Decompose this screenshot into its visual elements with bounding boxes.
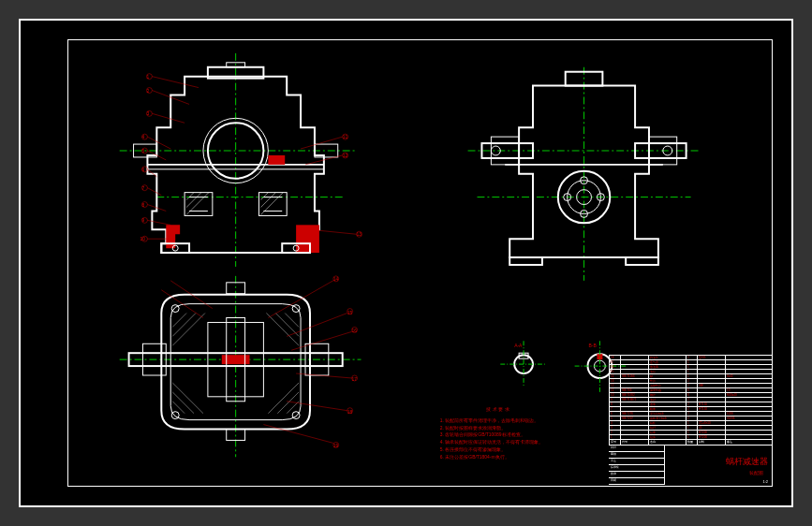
top-section-view	[120, 276, 362, 457]
svg-point-78	[171, 412, 179, 419]
svg-text:19: 19	[333, 444, 339, 448]
balloon-numbers-top: 14 15 16 17 18 19	[333, 277, 358, 449]
svg-line-29	[152, 77, 199, 88]
svg-text:13: 13	[357, 232, 362, 237]
drawing-title: 蜗杆减速器	[726, 456, 768, 468]
svg-rect-133	[626, 257, 658, 265]
side-elevation-view	[468, 67, 701, 281]
svg-text:5. 各连接部位不得有渗漏现象。: 5. 各连接部位不得有渗漏现象。	[440, 446, 507, 452]
svg-text:16: 16	[352, 329, 358, 333]
svg-line-94	[268, 281, 332, 318]
nameplate: 设计审核工艺标准化批准日期 蜗杆减速器 装配图 1:2	[609, 445, 773, 487]
svg-line-88	[172, 383, 203, 414]
svg-text:7: 7	[141, 186, 144, 191]
svg-line-102	[287, 402, 347, 411]
svg-line-84	[172, 314, 205, 346]
detail-a: A-A	[500, 341, 547, 387]
cad-window: 1 2 3 4 5 6 7 8 9 10 11 12 13 14 15 16 1…	[19, 19, 793, 507]
balloons-top	[161, 276, 357, 447]
svg-line-100	[296, 373, 352, 378]
balloon-numbers-front: 1 2 3 4 5 6 7 8 9 10 11 12 13	[140, 75, 362, 242]
svg-line-21	[260, 193, 275, 208]
svg-line-87	[285, 314, 299, 328]
scale-label: 1:2	[762, 479, 768, 484]
svg-line-85	[266, 314, 299, 346]
svg-text:2: 2	[146, 89, 149, 94]
svg-text:17: 17	[352, 377, 358, 382]
svg-line-83	[172, 314, 196, 337]
svg-text:3. 齿轮啮合间隙按GB/T10089标准检查。: 3. 齿轮啮合间隙按GB/T10089标准检查。	[440, 431, 525, 437]
svg-line-33	[152, 113, 185, 123]
svg-line-41	[147, 188, 161, 196]
front-section-view	[120, 53, 357, 267]
svg-line-89	[172, 392, 194, 414]
svg-rect-132	[509, 257, 542, 265]
svg-text:1: 1	[146, 75, 149, 80]
parts-list: 序号代号名称数量材料备注1箱体1HT2002箱盖1HT2003蜗杆1454蜗轮1…	[609, 360, 773, 445]
svg-text:11: 11	[343, 135, 348, 139]
svg-line-18	[186, 193, 201, 208]
svg-text:B-B: B-B	[588, 343, 597, 348]
svg-text:技 术 要 求: 技 术 要 求	[485, 406, 509, 412]
svg-text:A-A: A-A	[514, 343, 523, 348]
svg-text:14: 14	[333, 277, 339, 282]
title-fields: 设计审核工艺标准化批准日期	[609, 446, 665, 488]
svg-text:18: 18	[347, 410, 353, 415]
svg-line-82	[172, 314, 186, 328]
svg-line-20	[260, 193, 268, 200]
svg-text:9: 9	[141, 218, 144, 223]
svg-line-17	[186, 193, 194, 200]
svg-text:10: 10	[140, 237, 146, 241]
svg-rect-23	[268, 155, 285, 165]
svg-text:4. 轴承装配时应保证转动灵活，不得有卡滞现象。: 4. 轴承装配时应保证转动灵活，不得有卡滞现象。	[440, 439, 543, 445]
svg-line-35	[147, 137, 170, 149]
svg-line-45	[147, 220, 170, 225]
svg-text:6. 未注公差按GB/T1804-m执行。: 6. 未注公差按GB/T1804-m执行。	[440, 454, 509, 460]
svg-rect-24	[296, 225, 319, 253]
drawing-subtitle: 装配图	[749, 470, 763, 475]
svg-line-96	[287, 314, 347, 337]
tech-notes: 技 术 要 求 1. 装配前所有零件清理干净，去除毛刺和锐边。 2. 装配时按图…	[440, 406, 543, 460]
svg-text:3: 3	[146, 111, 149, 116]
drawing-sheet: 1 2 3 4 5 6 7 8 9 10 11 12 13 14 15 16 1…	[67, 39, 773, 487]
svg-text:15: 15	[347, 311, 353, 315]
title-block: 序号代号名称数量材料备注1箱体1HT2002箱盖1HT2003蜗杆1454蜗轮1…	[609, 360, 773, 487]
svg-text:12: 12	[343, 153, 348, 158]
svg-text:4: 4	[141, 135, 144, 139]
svg-point-77	[292, 305, 300, 313]
svg-point-76	[171, 305, 179, 313]
svg-text:6: 6	[141, 168, 144, 172]
svg-line-91	[268, 383, 299, 414]
svg-line-49	[301, 137, 343, 149]
svg-text:5: 5	[141, 149, 144, 153]
svg-text:2. 装配时按图样要求涂润滑脂。: 2. 装配时按图样要求涂润滑脂。	[440, 425, 507, 431]
svg-text:1. 装配前所有零件清理干净，去除毛刺和锐边。: 1. 装配前所有零件清理干净，去除毛刺和锐边。	[440, 417, 539, 423]
svg-point-79	[292, 412, 300, 419]
svg-text:8: 8	[141, 203, 144, 208]
